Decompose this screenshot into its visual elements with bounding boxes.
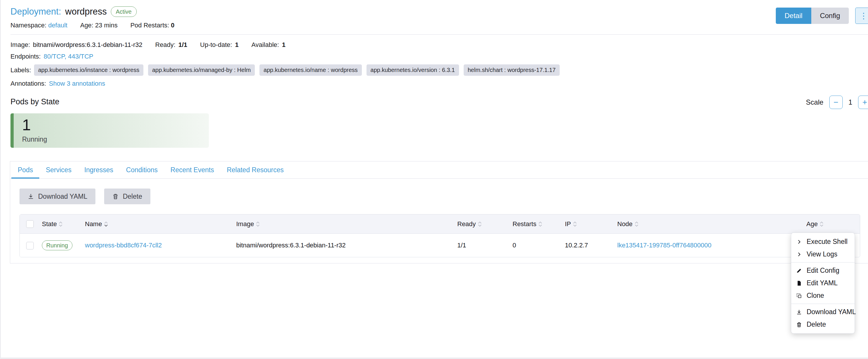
column-ready[interactable]: Ready [457,220,476,228]
endpoint-link-80[interactable]: 80/TCP [43,53,65,60]
sort-icon[interactable] [256,221,260,227]
label-badge: app.kubernetes.io/managed-by : Helm [148,64,255,76]
download-yaml-button[interactable]: Download YAML [20,189,95,204]
table-header-row: State Name Image Ready Restarts IP Node … [20,215,860,234]
menu-label: Clone [807,292,824,300]
sort-icon[interactable] [477,221,482,227]
menu-label: Edit Config [807,267,839,275]
column-image[interactable]: Image [236,220,254,228]
tab-related-resources[interactable]: Related Resources [220,161,290,178]
sort-icon-active[interactable] [104,221,108,227]
column-name[interactable]: Name [85,220,102,228]
chevron-right-icon [796,251,802,257]
pod-node-link[interactable]: lke135417-199785-0ff764800000 [617,242,712,249]
menu-item-download-yaml[interactable]: Download YAML [791,306,855,318]
bulk-actions-toolbar: Download YAML Delete [20,189,860,204]
scale-value: 1 [848,98,852,106]
pods-tab-panel: Download YAML Delete [10,178,868,263]
menu-divider [791,304,855,304]
tab-conditions[interactable]: Conditions [120,161,164,178]
select-all-checkbox[interactable] [26,220,34,228]
trash-icon [112,193,119,200]
pod-image: bitnami/wordpress:6.3.1-debian-11-r32 [236,242,346,249]
download-icon [796,309,802,315]
sort-icon[interactable] [573,221,577,227]
label-badges: app.kubernetes.io/instance : wordpress a… [34,64,560,76]
header-kebab-menu-button[interactable]: ⋮ [855,7,868,24]
namespace-link[interactable]: default [48,22,67,29]
scale-up-button[interactable]: + [858,95,868,109]
available-value: 1 [282,41,285,49]
column-age[interactable]: Age [806,220,818,228]
label-badge: app.kubernetes.io/name : wordpress [259,64,362,76]
ready-value: 1/1 [178,41,187,49]
sort-icon[interactable] [59,221,63,227]
kebab-menu-icon: ⋮ [860,11,868,21]
file-icon [796,280,802,286]
page-title: Deployment: wordpress Active [10,6,868,17]
column-node[interactable]: Node [617,220,633,228]
label-badge: app.kubernetes.io/version : 6.3.1 [367,64,459,76]
clone-icon [796,293,802,299]
menu-label: View Logs [807,250,837,258]
sort-icon[interactable] [538,221,542,227]
pod-actions-context-menu: Execute Shell View Logs Edit Config Edit… [791,232,855,334]
column-state[interactable]: State [42,220,57,228]
detail-view-button[interactable]: Detail [776,7,811,24]
tab-ingresses[interactable]: Ingresses [78,161,120,178]
running-label: Running [22,136,47,143]
sort-icon[interactable] [634,221,639,227]
tab-strip: Pods Services Ingresses Conditions Recen… [10,161,868,178]
download-icon [28,193,34,200]
row-select-checkbox[interactable] [26,242,34,249]
endpoint-link-443[interactable]: 443/TCP [65,53,93,60]
column-ip[interactable]: IP [565,220,571,228]
age-value: 23 mins [95,22,118,29]
pod-name-link[interactable]: wordpress-bbd8cf674-7cll2 [85,242,162,249]
tab-recent-events[interactable]: Recent Events [164,161,220,178]
menu-item-edit-yaml[interactable]: Edit YAML [791,277,855,289]
deployment-detail-page: Deployment: wordpress Active Detail Conf… [0,0,868,359]
status-badge: Active [111,6,136,17]
menu-label: Delete [807,321,826,328]
pod-ready: 1/1 [457,242,466,249]
pod-restarts-label: Pod Restarts: [130,22,169,29]
image-value: bitnami/wordpress:6.3.1-debian-11-r32 [33,41,142,49]
namespace-meta: Namespace: default [10,22,67,29]
menu-item-delete[interactable]: Delete [791,318,855,331]
show-annotations-link[interactable]: Show 3 annotations [49,80,105,87]
pods-table: State Name Image Ready Restarts IP Node … [20,214,860,257]
available-label: Available: [251,41,279,49]
menu-item-execute-shell[interactable]: Execute Shell [791,236,855,248]
menu-label: Execute Shell [807,238,848,246]
sort-icon[interactable] [819,221,824,227]
endpoints-line: Endpoints: 80/TCP443/TCP [10,53,868,60]
delete-button[interactable]: Delete [104,189,150,204]
config-view-button[interactable]: Config [811,7,849,24]
pod-ip: 10.2.2.7 [565,242,588,249]
labels-line: Labels: app.kubernetes.io/instance : wor… [10,64,868,76]
menu-label: Download YAML [807,308,856,316]
uptodate-value: 1 [235,41,239,49]
tab-pods[interactable]: Pods [11,161,39,178]
resource-meta: Namespace: default Age: 23 mins Pod Rest… [10,22,868,29]
resource-type-label: Deployment: [10,6,61,17]
menu-item-edit-config[interactable]: Edit Config [791,264,855,277]
tab-services[interactable]: Services [39,161,78,178]
uptodate-label: Up-to-date: [200,41,232,49]
running-count: 1 [22,116,31,134]
bottom-scrollbar-track[interactable] [0,358,868,359]
ready-label: Ready: [155,41,176,49]
menu-item-view-logs[interactable]: View Logs [791,248,855,260]
column-restarts[interactable]: Restarts [513,220,536,228]
pencil-icon [796,268,802,274]
endpoints-label: Endpoints: [10,53,41,60]
pod-restarts: 0 [513,242,516,249]
chevron-right-icon [796,239,802,245]
table-row: Running wordpress-bbd8cf674-7cll2 bitnam… [20,234,860,257]
scale-down-button[interactable]: − [829,95,843,109]
menu-item-clone[interactable]: Clone [791,289,855,302]
age-meta: Age: 23 mins [80,22,118,29]
download-yaml-label: Download YAML [38,193,87,200]
age-label: Age: [80,22,93,29]
